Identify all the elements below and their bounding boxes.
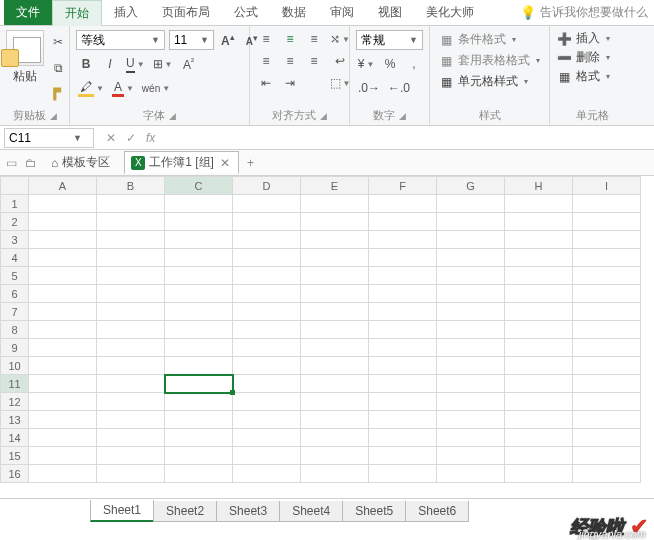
cell[interactable] [437, 195, 505, 213]
row-header[interactable]: 1 [1, 195, 29, 213]
name-box[interactable]: ▼ [4, 128, 94, 148]
cell[interactable] [29, 411, 97, 429]
cell[interactable] [97, 411, 165, 429]
cell[interactable] [573, 465, 641, 483]
insert-cells-button[interactable]: ➕ 插入▾ [556, 30, 628, 47]
align-right-button[interactable]: ≡ [304, 52, 324, 70]
paste-button[interactable]: 粘贴 [6, 30, 44, 85]
cell[interactable] [573, 429, 641, 447]
row-header[interactable]: 7 [1, 303, 29, 321]
menu-tab-layout[interactable]: 页面布局 [150, 0, 222, 25]
increase-decimal-button[interactable]: .0→ [356, 78, 382, 98]
delete-cells-button[interactable]: ➖ 删除▾ [556, 49, 628, 66]
underline-button[interactable]: U▼ [124, 54, 147, 74]
chevron-down-icon[interactable]: ▼ [196, 35, 213, 45]
row-header[interactable]: 6 [1, 285, 29, 303]
column-header[interactable]: A [29, 177, 97, 195]
cell[interactable] [233, 393, 301, 411]
font-size-input[interactable] [170, 33, 196, 47]
cell[interactable] [437, 465, 505, 483]
cell[interactable] [369, 195, 437, 213]
cell[interactable] [573, 375, 641, 393]
phonetic-button[interactable]: wén▼ [140, 78, 172, 98]
row-header[interactable]: 10 [1, 357, 29, 375]
cell[interactable] [233, 231, 301, 249]
italic-button[interactable]: I [100, 54, 120, 74]
cell[interactable] [301, 231, 369, 249]
font-color-button[interactable]: A▼ [110, 78, 136, 98]
percent-button[interactable]: % [380, 54, 400, 74]
cell[interactable] [29, 231, 97, 249]
cell[interactable] [29, 285, 97, 303]
cell[interactable] [505, 393, 573, 411]
select-all-corner[interactable] [1, 177, 29, 195]
cell[interactable] [369, 429, 437, 447]
row-header[interactable]: 14 [1, 429, 29, 447]
row-header[interactable]: 15 [1, 447, 29, 465]
cell[interactable] [97, 231, 165, 249]
cell[interactable] [233, 195, 301, 213]
alignment-dialog-launcher[interactable]: ◢ [320, 111, 327, 121]
cell[interactable] [505, 447, 573, 465]
cell[interactable] [437, 321, 505, 339]
confirm-formula-button[interactable]: ✓ [126, 131, 136, 145]
cell[interactable] [437, 339, 505, 357]
row-header[interactable]: 8 [1, 321, 29, 339]
open-folder-icon[interactable]: 🗀 [25, 156, 37, 170]
cell[interactable] [369, 267, 437, 285]
menu-tab-formulas[interactable]: 公式 [222, 0, 270, 25]
cell[interactable] [437, 357, 505, 375]
sheet-tab[interactable]: Sheet4 [279, 501, 343, 522]
sheet-tab[interactable]: Sheet3 [216, 501, 280, 522]
column-header[interactable]: B [97, 177, 165, 195]
number-dialog-launcher[interactable]: ◢ [399, 111, 406, 121]
cell[interactable] [301, 375, 369, 393]
menu-tab-insert[interactable]: 插入 [102, 0, 150, 25]
font-name-input[interactable] [77, 33, 147, 47]
align-left-button[interactable]: ≡ [256, 52, 276, 70]
font-dialog-launcher[interactable]: ◢ [169, 111, 176, 121]
cell[interactable] [369, 465, 437, 483]
cell[interactable] [165, 231, 233, 249]
cell[interactable] [573, 447, 641, 465]
cell[interactable] [301, 321, 369, 339]
chevron-down-icon[interactable]: ▼ [147, 35, 164, 45]
cell[interactable] [301, 267, 369, 285]
menu-file[interactable]: 文件 [4, 0, 52, 25]
add-tab-button[interactable]: + [247, 156, 254, 170]
sheet-tab[interactable]: Sheet6 [405, 501, 469, 522]
comma-button[interactable]: , [404, 54, 424, 74]
new-file-icon[interactable]: ▭ [6, 156, 17, 170]
column-header[interactable]: I [573, 177, 641, 195]
column-header[interactable]: G [437, 177, 505, 195]
cell[interactable] [97, 249, 165, 267]
column-header[interactable]: H [505, 177, 573, 195]
row-header[interactable]: 9 [1, 339, 29, 357]
row-header[interactable]: 5 [1, 267, 29, 285]
cell[interactable] [165, 213, 233, 231]
row-header[interactable]: 3 [1, 231, 29, 249]
sheet-tab[interactable]: Sheet1 [90, 500, 154, 522]
cell[interactable] [29, 249, 97, 267]
cell[interactable] [573, 339, 641, 357]
formula-input[interactable] [163, 128, 654, 148]
align-center-button[interactable]: ≡ [280, 52, 300, 70]
name-box-input[interactable] [5, 131, 69, 145]
cell[interactable] [301, 465, 369, 483]
cell[interactable] [505, 213, 573, 231]
cell[interactable] [437, 231, 505, 249]
cell[interactable] [233, 213, 301, 231]
cell[interactable] [29, 303, 97, 321]
cell[interactable] [437, 447, 505, 465]
cell[interactable] [437, 303, 505, 321]
close-tab-button[interactable]: ✕ [218, 156, 232, 170]
chevron-down-icon[interactable]: ▼ [69, 133, 86, 143]
cell[interactable] [369, 321, 437, 339]
cell[interactable] [301, 339, 369, 357]
cell[interactable] [369, 357, 437, 375]
cell[interactable] [97, 195, 165, 213]
fx-button[interactable]: fx [146, 131, 155, 145]
column-header[interactable]: E [301, 177, 369, 195]
cell[interactable] [233, 267, 301, 285]
format-cells-button[interactable]: ▦ 格式▾ [556, 68, 628, 85]
